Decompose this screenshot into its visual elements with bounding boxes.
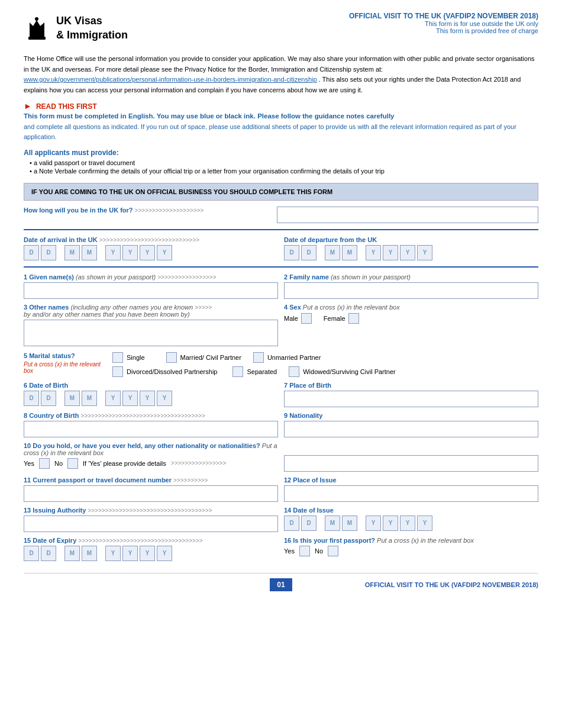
sex-male: Male <box>284 313 312 324</box>
privacy-link[interactable]: www.gov.uk/government/publications/perso… <box>24 76 317 83</box>
q3-italic2: by and/or any other names that you have … <box>24 311 190 318</box>
dob-y4[interactable]: Y <box>157 391 172 406</box>
dates-row: Date of arrival in the UK >>>>>>>>>>>>>>… <box>24 236 538 260</box>
svg-rect-4 <box>32 17 34 20</box>
exp-y2[interactable]: Y <box>122 546 138 561</box>
dep-y3[interactable]: Y <box>400 245 415 260</box>
q2-input[interactable] <box>284 282 538 299</box>
arrival-y1[interactable]: Y <box>105 245 121 260</box>
q11-input[interactable] <box>24 485 278 502</box>
q9-input[interactable] <box>284 421 538 437</box>
exp-y3[interactable]: Y <box>140 546 155 561</box>
unmarried-label: Unmarried Partner <box>267 354 321 361</box>
issue-m2[interactable]: M <box>342 516 357 531</box>
departure-label: Date of departure from the UK <box>284 236 538 243</box>
q1-input[interactable] <box>24 282 278 299</box>
q7-col: 7 Place of Birth <box>284 382 538 407</box>
q5-row: 5 Marital status? Put a cross (x) in the… <box>24 352 538 377</box>
dob-m1[interactable]: M <box>64 391 80 406</box>
q8-input[interactable] <box>24 421 278 437</box>
q16-no-checkbox[interactable] <box>328 546 338 556</box>
q13q14-row: 13 Issuing Authority >>>>>>>>>>>>>>>>>>>… <box>24 507 538 532</box>
arrival-y4[interactable]: Y <box>157 245 172 260</box>
exp-y1[interactable]: Y <box>105 546 121 561</box>
q10-yesno: Yes No If 'Yes' please provide details >… <box>24 458 278 469</box>
q10-no-label: No <box>54 460 63 467</box>
q10-input[interactable] <box>284 455 538 472</box>
single-checkbox[interactable] <box>112 352 123 363</box>
dep-y1[interactable]: Y <box>366 245 381 260</box>
male-checkbox[interactable] <box>301 313 312 324</box>
unmarried-checkbox[interactable] <box>253 352 264 363</box>
q10-no-checkbox[interactable] <box>67 458 78 469</box>
exp-m1[interactable]: M <box>64 546 80 561</box>
exp-m2[interactable]: M <box>82 546 97 561</box>
issue-y4[interactable]: Y <box>417 516 432 531</box>
instructions-bold: This form must be completed in English. … <box>24 111 538 121</box>
instructions-normal: and complete all questions as indicated.… <box>24 122 538 143</box>
q13-input[interactable] <box>24 516 278 532</box>
q8-col: 8 Country of Birth >>>>>>>>>>>>>>>>>>>>>… <box>24 412 278 437</box>
q3-input[interactable] <box>24 320 278 346</box>
q3-label: 3 Other names (including any other names… <box>24 304 278 318</box>
dep-y4[interactable]: Y <box>417 245 432 260</box>
q4-col: 4 Sex Put a cross (x) in the relevant bo… <box>284 304 538 324</box>
issue-y3[interactable]: Y <box>400 516 415 531</box>
issue-y1[interactable]: Y <box>366 516 381 531</box>
how-long-input[interactable] <box>277 207 538 223</box>
issue-m1[interactable]: M <box>325 516 340 531</box>
q12-input[interactable] <box>284 485 538 502</box>
q16-no-label: No <box>315 547 323 555</box>
exp-d1[interactable]: D <box>24 546 39 561</box>
dob-m2[interactable]: M <box>82 391 97 406</box>
dep-d2[interactable]: D <box>301 245 316 260</box>
how-long-col: How long will you be in the UK for? >>>>… <box>24 207 271 214</box>
married-row: Married/ Civil Partner <box>166 352 241 363</box>
divorced-label: Divorced/Dissolved Partnership <box>127 368 217 375</box>
widowed-checkbox[interactable] <box>289 366 299 377</box>
dob-d2[interactable]: D <box>41 391 56 406</box>
married-checkbox[interactable] <box>166 352 177 363</box>
dep-m2[interactable]: M <box>342 245 357 260</box>
q4-label: 4 Sex Put a cross (x) in the relevant bo… <box>284 304 538 311</box>
dob-y3[interactable]: Y <box>140 391 155 406</box>
female-checkbox[interactable] <box>348 313 359 324</box>
dob-y1[interactable]: Y <box>105 391 121 406</box>
dob-d1[interactable]: D <box>24 391 39 406</box>
arrival-m2[interactable]: M <box>82 245 97 260</box>
dep-m1[interactable]: M <box>325 245 340 260</box>
header-subtitle2: This form is provided free of charge <box>349 27 538 34</box>
dob-y2[interactable]: Y <box>122 391 138 406</box>
q8q9-row: 8 Country of Birth >>>>>>>>>>>>>>>>>>>>>… <box>24 412 538 437</box>
exp-y4[interactable]: Y <box>157 546 172 561</box>
separated-checkbox[interactable] <box>232 366 243 377</box>
dep-y2[interactable]: Y <box>383 245 398 260</box>
q16-yes-checkbox[interactable] <box>299 546 310 556</box>
departure-date-row: D D M M Y Y Y Y <box>284 245 538 260</box>
marital-single-row: Single Married/ Civil Partner Unmarried … <box>112 352 538 363</box>
arrival-y3[interactable]: Y <box>140 245 155 260</box>
arrival-m1[interactable]: M <box>64 245 80 260</box>
q7-input[interactable] <box>284 391 538 407</box>
q3-arrows: >>>>> <box>195 304 212 311</box>
dep-d1[interactable]: D <box>284 245 299 260</box>
how-long-arrows: >>>>>>>>>>>>>>>>>>>> <box>135 207 204 214</box>
q7-label: 7 Place of Birth <box>284 382 538 389</box>
issue-d1[interactable]: D <box>284 516 299 531</box>
sex-female: Female <box>324 313 359 324</box>
arrival-y2[interactable]: Y <box>122 245 138 260</box>
exp-d2[interactable]: D <box>41 546 56 561</box>
divorced-checkbox[interactable] <box>112 366 123 377</box>
q14-col: 14 Date of Issue D D M M Y Y Y Y <box>284 507 538 531</box>
married-label: Married/ Civil Partner <box>180 354 241 361</box>
q10-yes-checkbox[interactable] <box>39 458 50 469</box>
q8-label: 8 Country of Birth >>>>>>>>>>>>>>>>>>>>>… <box>24 412 278 419</box>
arrival-d1[interactable]: D <box>24 245 39 260</box>
issue-d2[interactable]: D <box>301 516 316 531</box>
bullet-2: • a Note Verbale confirming the details … <box>30 167 538 175</box>
issue-y2[interactable]: Y <box>383 516 398 531</box>
arrival-d2[interactable]: D <box>41 245 56 260</box>
q12-label: 12 Place of Issue <box>284 476 538 484</box>
q14-date-row: D D M M Y Y Y Y <box>284 516 538 531</box>
section-banner: IF YOU ARE COMING TO THE UK ON OFFICIAL … <box>24 183 538 201</box>
